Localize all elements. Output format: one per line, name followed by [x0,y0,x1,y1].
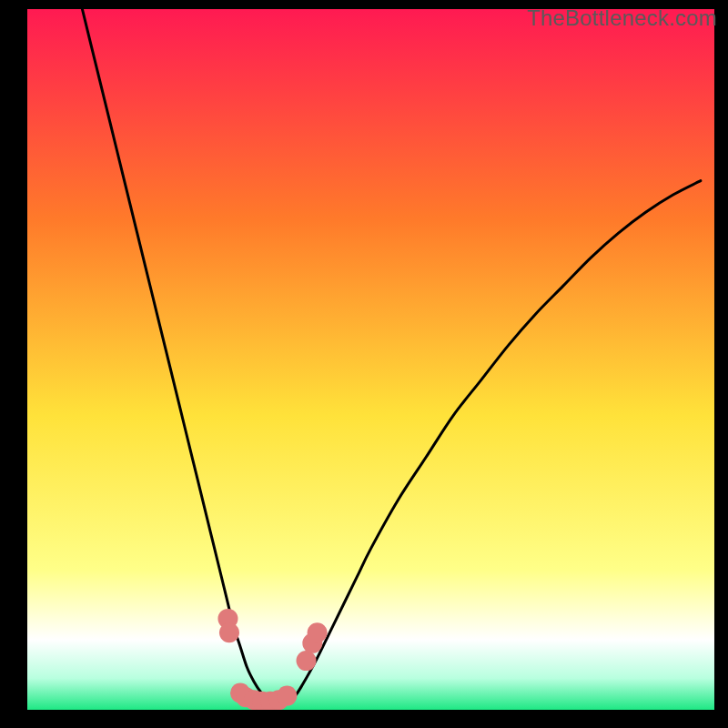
data-point [297,651,317,671]
chart-frame [27,9,714,710]
data-point [219,622,239,642]
data-point [308,622,328,642]
watermark-text: TheBottleneck.com [527,5,717,31]
data-point [277,686,297,706]
bottleneck-chart [27,9,714,710]
gradient-background [27,9,714,710]
